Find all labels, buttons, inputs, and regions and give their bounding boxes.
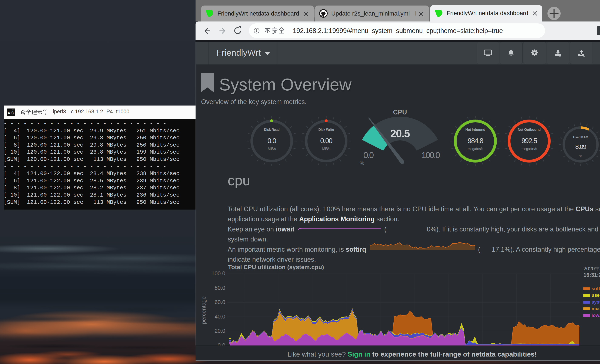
svg-text:C:\: C:\ — [8, 111, 14, 115]
